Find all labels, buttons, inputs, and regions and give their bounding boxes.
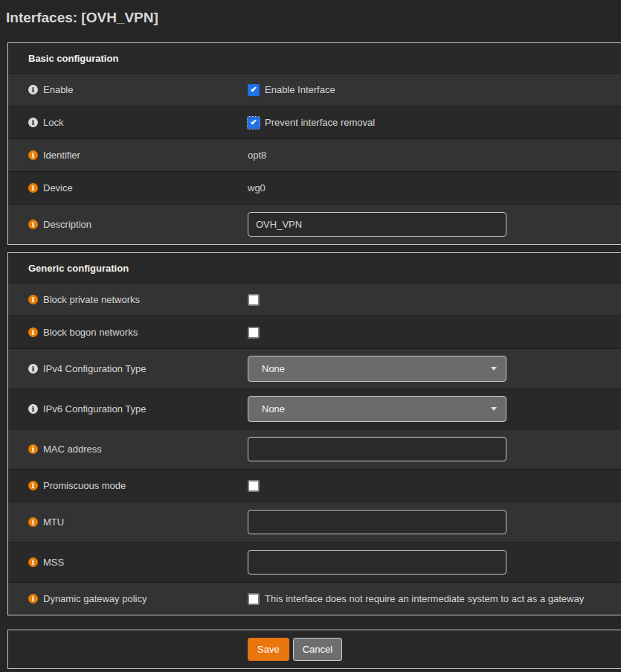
info-icon: i	[28, 481, 38, 490]
field-label-block-private-networks: iBlock private networks	[28, 294, 248, 305]
form-row-ipv4-configuration-type: iIPv4 Configuration TypeNone	[8, 348, 621, 388]
save-button[interactable]: Save	[248, 638, 289, 661]
field-control-description	[248, 212, 614, 237]
title-bar: Interfaces: [OVH_VPN]	[0, 0, 621, 34]
section-title: Basic configuration	[8, 43, 621, 73]
ipv4-configuration-type-select[interactable]: None	[248, 356, 506, 382]
field-label-text: Promiscuous mode	[43, 480, 126, 491]
info-icon: i	[28, 118, 38, 127]
field-control-dynamic-gateway-policy: This interface does not require an inter…	[248, 593, 614, 605]
description-input[interactable]	[248, 212, 506, 237]
form-row-mac-address: iMAC address	[8, 429, 621, 469]
panel-generic-configuration: Generic configurationiBlock private netw…	[7, 252, 621, 615]
field-label-lock: iLock	[28, 117, 248, 128]
info-icon: i	[28, 364, 38, 374]
chevron-down-icon	[491, 407, 497, 411]
section-title: Generic configuration	[8, 253, 621, 283]
field-control-ipv4-configuration-type: None	[248, 356, 614, 382]
action-button-row: Save Cancel	[8, 630, 621, 668]
enable-checkbox-label: Enable Interface	[265, 84, 335, 95]
block-bogon-networks-checkbox[interactable]	[248, 327, 260, 339]
form-row-dynamic-gateway-policy: iDynamic gateway policyThis interface do…	[8, 582, 621, 615]
dynamic-gateway-policy-checkbox-label: This interface does not require an inter…	[265, 593, 584, 604]
info-icon: i	[28, 444, 38, 454]
form-row-device: iDevicewg0	[8, 171, 621, 204]
field-label-enable: iEnable	[28, 84, 248, 95]
info-icon: i	[28, 404, 38, 414]
lock-checkbox[interactable]: ✔	[248, 117, 260, 129]
form-row-block-private-networks: iBlock private networks	[8, 283, 621, 316]
field-label-block-bogon-networks: iBlock bogon networks	[28, 327, 248, 338]
field-control-mss	[248, 550, 614, 575]
field-label-mss: iMSS	[28, 557, 248, 568]
field-label-mtu: iMTU	[28, 516, 248, 528]
info-icon: i	[28, 594, 38, 604]
mtu-input[interactable]	[248, 510, 506, 534]
info-icon: i	[28, 220, 38, 229]
info-icon: i	[28, 517, 38, 527]
field-label-text: Dynamic gateway policy	[43, 593, 147, 604]
form-row-lock: iLock✔Prevent interface removal	[8, 106, 621, 138]
field-label-mac-address: iMAC address	[28, 444, 248, 455]
form-row-promiscuous-mode: iPromiscuous mode	[8, 469, 621, 502]
field-label-text: IPv6 Configuration Type	[43, 403, 147, 415]
field-control-ipv6-configuration-type: None	[248, 396, 614, 422]
ipv6-configuration-type-select[interactable]: None	[248, 396, 506, 422]
field-label-text: MTU	[43, 516, 64, 528]
field-label-text: Description	[43, 219, 91, 230]
enable-checkbox[interactable]: ✔	[248, 84, 260, 96]
info-icon: i	[28, 150, 38, 160]
info-icon: i	[28, 295, 38, 304]
field-label-text: IPv4 Configuration Type	[43, 363, 147, 374]
field-label-text: Enable	[43, 84, 73, 95]
form-row-description: iDescription	[8, 204, 621, 244]
field-label-dynamic-gateway-policy: iDynamic gateway policy	[28, 593, 248, 604]
dynamic-gateway-policy-checkbox[interactable]	[248, 593, 260, 605]
info-icon: i	[28, 183, 38, 193]
promiscuous-mode-checkbox[interactable]	[248, 480, 260, 492]
ipv6-configuration-type-select-value: None	[262, 403, 285, 415]
field-label-text: MSS	[43, 557, 64, 568]
field-label-device: iDevice	[28, 182, 248, 193]
mss-input[interactable]	[248, 550, 506, 575]
info-icon: i	[28, 557, 38, 567]
form-row-mss: iMSS	[8, 542, 621, 582]
field-control-promiscuous-mode	[248, 480, 614, 492]
field-label-identifier: iIdentifier	[28, 150, 248, 161]
field-label-promiscuous-mode: iPromiscuous mode	[28, 480, 248, 491]
form-panels: Basic configurationiEnable✔Enable Interf…	[0, 42, 621, 615]
device-value: wg0	[248, 182, 266, 193]
form-row-mtu: iMTU	[8, 502, 621, 542]
info-icon: i	[28, 327, 38, 337]
form-row-ipv6-configuration-type: iIPv6 Configuration TypeNone	[8, 388, 621, 429]
field-control-mtu	[248, 510, 614, 534]
panel-actions: Save Cancel	[7, 630, 621, 669]
field-control-mac-address	[248, 437, 614, 461]
chevron-down-icon	[491, 367, 497, 371]
info-icon: i	[28, 85, 38, 95]
field-control-device: wg0	[248, 182, 614, 193]
cancel-button[interactable]: Cancel	[293, 638, 342, 661]
field-control-block-private-networks	[248, 294, 614, 306]
form-row-enable: iEnable✔Enable Interface	[8, 73, 621, 106]
lock-checkbox-label: Prevent interface removal	[265, 117, 375, 128]
field-control-lock: ✔Prevent interface removal	[248, 117, 614, 129]
field-label-text: MAC address	[43, 444, 102, 455]
field-label-text: Block private networks	[43, 294, 140, 305]
block-private-networks-checkbox[interactable]	[248, 294, 260, 306]
field-control-block-bogon-networks	[248, 327, 614, 339]
ipv4-configuration-type-select-value: None	[262, 363, 285, 374]
field-label-text: Device	[43, 182, 73, 193]
field-control-enable: ✔Enable Interface	[248, 84, 614, 96]
mac-address-input[interactable]	[248, 437, 506, 461]
field-label-ipv4-configuration-type: iIPv4 Configuration Type	[28, 363, 248, 374]
field-label-text: Lock	[43, 117, 63, 128]
panel-basic-configuration: Basic configurationiEnable✔Enable Interf…	[7, 42, 621, 245]
field-label-ipv6-configuration-type: iIPv6 Configuration Type	[28, 403, 248, 415]
field-label-text: Identifier	[43, 150, 80, 161]
identifier-value: opt8	[248, 150, 266, 161]
field-label-text: Block bogon networks	[43, 327, 138, 338]
field-control-identifier: opt8	[248, 150, 614, 161]
form-row-block-bogon-networks: iBlock bogon networks	[8, 316, 621, 348]
form-row-identifier: iIdentifieropt8	[8, 138, 621, 171]
